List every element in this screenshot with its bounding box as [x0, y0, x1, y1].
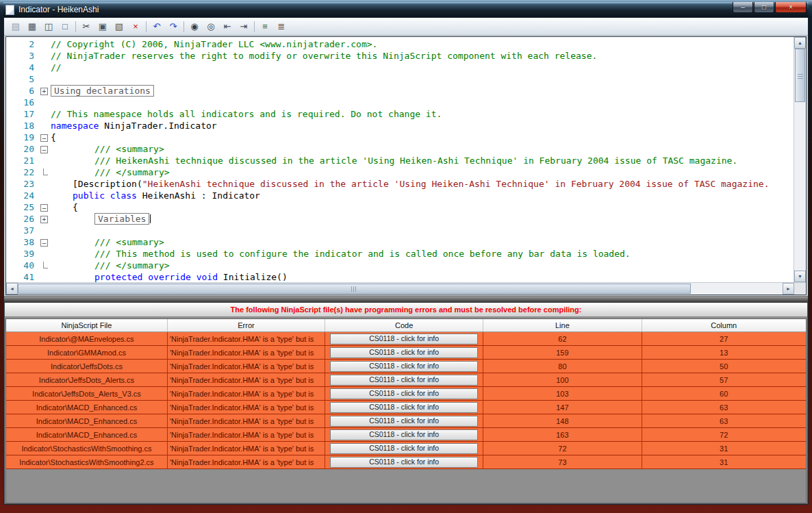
error-code-cell: CS0118 - click for info: [325, 455, 483, 468]
code-line[interactable]: 19–{: [6, 132, 794, 143]
redo-icon[interactable]: ↷: [165, 19, 181, 34]
vertical-scroll-thumb[interactable]: [795, 49, 805, 102]
find-icon[interactable]: ◉: [186, 19, 203, 34]
error-code-button[interactable]: CS0118 - click for info: [330, 388, 478, 399]
uncomment-selection-icon[interactable]: ≣: [273, 19, 290, 34]
code-line[interactable]: 26+Variables: [6, 213, 794, 225]
error-row[interactable]: Indicator\GMMAmod.cs'NinjaTrader.Indicat…: [6, 346, 806, 360]
column-header-column[interactable]: Column: [642, 319, 806, 331]
collapse-region-icon[interactable]: –: [40, 134, 48, 142]
panel-splitter[interactable]: [4, 296, 808, 303]
maximize-button[interactable]: □: [754, 2, 774, 13]
error-code-button[interactable]: CS0118 - click for info: [330, 375, 478, 386]
code-text: {: [51, 201, 794, 213]
error-code-button[interactable]: CS0118 - click for info: [330, 457, 478, 468]
undo-icon[interactable]: ↶: [149, 19, 165, 34]
horizontal-scrollbar[interactable]: ◄ ►: [6, 283, 794, 295]
error-code-button[interactable]: CS0118 - click for info: [330, 334, 478, 345]
save-icon[interactable]: ▤: [8, 19, 24, 34]
copy-icon[interactable]: ▣: [94, 19, 111, 34]
column-header-line[interactable]: Line: [483, 319, 642, 331]
error-code-button[interactable]: CS0118 - click for info: [330, 361, 478, 372]
error-row[interactable]: Indicator\JeffsDots_Alerts_V3.cs'NinjaTr…: [6, 387, 806, 401]
print-icon[interactable]: ▦: [24, 19, 40, 34]
error-code-button[interactable]: CS0118 - click for info: [330, 416, 478, 427]
outdent-icon[interactable]: ⇤: [219, 19, 236, 34]
column-header-error[interactable]: Error: [168, 319, 325, 331]
code-line[interactable]: 6+Using declarations: [6, 85, 794, 97]
print-preview-icon[interactable]: ◫: [40, 19, 57, 34]
code-line[interactable]: 41protected override void Initialize(): [6, 271, 794, 282]
code-line[interactable]: 25–{: [6, 201, 794, 213]
error-row[interactable]: Indicator\MACD_Enhanced.cs'NinjaTrader.I…: [6, 401, 806, 414]
scroll-right-icon[interactable]: ►: [783, 283, 794, 295]
error-code-button[interactable]: CS0118 - click for info: [330, 347, 478, 358]
minimize-button[interactable]: –: [733, 2, 753, 13]
code-line[interactable]: 38–/// <summary>: [6, 236, 794, 248]
find-next-icon[interactable]: ◎: [203, 19, 219, 34]
cut-icon[interactable]: ✂: [78, 19, 94, 34]
code-line[interactable]: 23[Description("HeikenAshi technique dis…: [6, 178, 794, 190]
app-window: Indicator - HeikenAshi – □ × ▤▦◫□✂▣▧×↶↷◉…: [0, 0, 812, 513]
error-row[interactable]: Indicator\@MAEnvelopes.cs'NinjaTrader.In…: [6, 332, 806, 346]
error-file-cell: Indicator\StochasticsWithSmoothing2.cs: [6, 455, 168, 468]
expand-region-icon[interactable]: +: [40, 216, 48, 223]
scroll-up-icon[interactable]: ▲: [794, 37, 806, 49]
close-button[interactable]: ×: [775, 2, 807, 13]
code-line[interactable]: 22/// </summary>: [6, 166, 794, 178]
editor-text-area[interactable]: 2// Copyright (C) 2006, NinjaTrader LLC …: [6, 37, 794, 282]
scroll-left-icon[interactable]: ◄: [6, 283, 18, 295]
error-row[interactable]: Indicator\MACD_Enhanced.cs'NinjaTrader.I…: [6, 428, 806, 442]
collapse-region-icon[interactable]: –: [40, 204, 48, 212]
code-line[interactable]: 17// This namespace holds all indicators…: [6, 108, 794, 120]
code-line[interactable]: 24public class HeikenAshi : Indicator: [6, 190, 794, 201]
error-row[interactable]: Indicator\MACD_Enhanced.cs'NinjaTrader.I…: [6, 414, 806, 428]
error-row[interactable]: Indicator\StochasticsWithSmoothing.cs'Ni…: [6, 442, 806, 455]
horizontal-scroll-thumb[interactable]: [18, 284, 691, 294]
line-number: 22: [6, 166, 40, 178]
code-line[interactable]: 5: [6, 73, 794, 85]
code-line[interactable]: 37: [6, 225, 794, 236]
error-row[interactable]: Indicator\JeffsDots.cs'NinjaTrader.Indic…: [6, 360, 806, 373]
scroll-down-icon[interactable]: ▼: [794, 271, 806, 282]
error-code-button[interactable]: CS0118 - click for info: [330, 443, 478, 454]
indent-icon[interactable]: ⇥: [236, 19, 252, 34]
fold-margin: [40, 120, 51, 132]
error-line-cell: 62: [483, 332, 642, 345]
code-line[interactable]: 21/// HeikenAshi technique discussed in …: [6, 155, 794, 166]
paste-icon[interactable]: ▧: [111, 19, 127, 34]
delete-icon[interactable]: ×: [127, 19, 144, 34]
code-line[interactable]: 40/// </summary>: [6, 260, 794, 271]
error-row[interactable]: Indicator\StochasticsWithSmoothing2.cs'N…: [6, 455, 806, 469]
code-line[interactable]: 20–/// <summary>: [6, 143, 794, 155]
collapsed-region[interactable]: Variables: [94, 213, 149, 225]
expand-region-icon[interactable]: +: [40, 88, 48, 95]
fold-margin: [40, 108, 51, 120]
column-header-code[interactable]: Code: [325, 319, 483, 331]
fold-margin: [40, 260, 51, 271]
code-editor[interactable]: 2// Copyright (C) 2006, NinjaTrader LLC …: [5, 36, 807, 295]
error-file-cell: Indicator\JeffsDots_Alerts.cs: [6, 373, 168, 386]
code-line[interactable]: 3// NinjaTrader reserves the right to mo…: [6, 50, 794, 62]
fold-end-marker: [43, 262, 48, 268]
error-code-button[interactable]: CS0118 - click for info: [330, 429, 478, 440]
column-header-ninjascript-file[interactable]: NinjaScript File: [6, 319, 168, 331]
collapsed-region[interactable]: Using declarations: [51, 85, 154, 97]
code-line[interactable]: 39/// This method is used to configure t…: [6, 248, 794, 260]
titlebar[interactable]: Indicator - HeikenAshi – □ ×: [3, 2, 809, 17]
code-token: /// This method is used to configure the…: [94, 249, 631, 259]
page-properties-icon[interactable]: □: [57, 19, 73, 34]
error-row[interactable]: Indicator\JeffsDots_Alerts.cs'NinjaTrade…: [6, 373, 806, 387]
code-line[interactable]: 16: [6, 97, 794, 108]
collapse-region-icon[interactable]: –: [40, 146, 48, 153]
vertical-scroll-track[interactable]: [794, 49, 806, 271]
vertical-scrollbar[interactable]: ▲ ▼: [794, 37, 806, 282]
code-line[interactable]: 2// Copyright (C) 2006, NinjaTrader LLC …: [6, 38, 794, 50]
collapse-region-icon[interactable]: –: [40, 239, 48, 247]
error-table: NinjaScript FileErrorCodeLineColumn Indi…: [5, 318, 807, 503]
horizontal-scroll-track[interactable]: [18, 283, 783, 295]
comment-selection-icon[interactable]: ≡: [257, 19, 273, 34]
code-line[interactable]: 4//: [6, 62, 794, 73]
error-code-button[interactable]: CS0118 - click for info: [330, 402, 478, 413]
code-line[interactable]: 18namespace NinjaTrader.Indicator: [6, 120, 794, 132]
